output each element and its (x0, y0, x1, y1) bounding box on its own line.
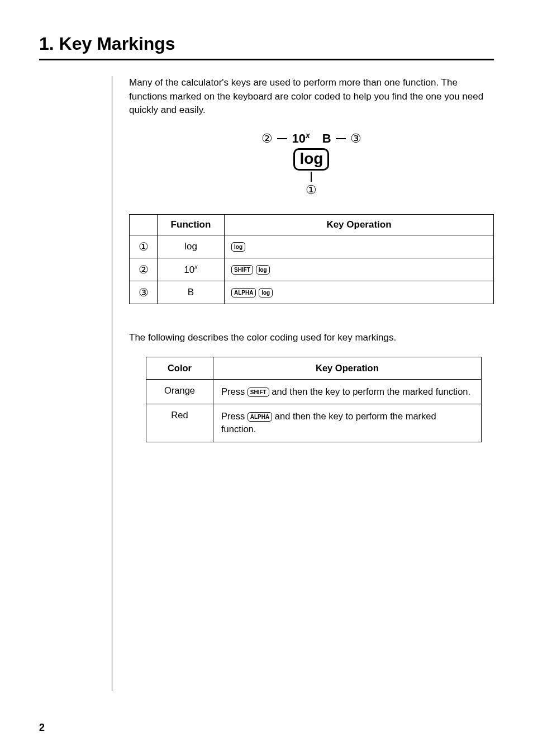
row-number: ③ (130, 281, 158, 304)
color-table: Color Key Operation Orange Press SHIFT a… (146, 357, 482, 442)
color-coding-intro: The following describes the color coding… (129, 332, 494, 343)
log-key-icon: log (256, 265, 270, 275)
diagram-label-1: ① (306, 183, 317, 197)
title-rule (39, 59, 494, 60)
table-row: Orange Press SHIFT and then the key to p… (146, 380, 482, 404)
row-operation: log (225, 235, 494, 258)
connector-line (336, 138, 346, 139)
row-function: 10x (158, 258, 225, 281)
color-header: Color (146, 357, 213, 380)
shift-key-icon: SHIFT (248, 388, 269, 397)
row-operation: ALPHA log (225, 281, 494, 304)
alpha-key-icon: ALPHA (248, 412, 272, 422)
row-number: ① (130, 235, 158, 258)
section-title: 1. Key Markings (39, 34, 494, 54)
row-number: ② (130, 258, 158, 281)
connector-vertical (311, 172, 312, 182)
table-header-operation: Key Operation (225, 215, 494, 235)
page-number: 2 (39, 722, 45, 734)
table-row: ① log log (130, 235, 494, 258)
row-function: B (158, 281, 225, 304)
connector-line (277, 138, 287, 139)
table-row: Red Press ALPHA and then the key to perf… (146, 404, 482, 442)
color-cell: Orange (146, 380, 213, 404)
content-area: Many of the calculator's keys are used t… (112, 76, 494, 691)
row-function: log (158, 235, 225, 258)
function-table: Function Key Operation ① log log ② 10x S… (129, 214, 494, 304)
table-header-blank (130, 215, 158, 235)
operation-cell: Press SHIFT and then the key to perform … (213, 380, 482, 404)
operation-header: Key Operation (213, 357, 482, 380)
diagram-label-2: ② (261, 133, 273, 145)
table-row: ② 10x SHIFT log (130, 258, 494, 281)
diagram-tenx: 10x (292, 131, 310, 146)
log-key-icon: log (231, 242, 245, 252)
table-header-function: Function (158, 215, 225, 235)
log-key-icon: log (259, 288, 273, 297)
shift-key-icon: SHIFT (231, 265, 253, 275)
alpha-key-icon: ALPHA (231, 288, 256, 297)
color-cell: Red (146, 404, 213, 442)
log-key-graphic: log (293, 148, 329, 171)
table-row: ③ B ALPHA log (130, 281, 494, 304)
key-diagram: ② 10x B ③ log ① (129, 131, 494, 197)
row-operation: SHIFT log (225, 258, 494, 281)
intro-paragraph: Many of the calculator's keys are used t… (129, 76, 494, 117)
diagram-label-3: ③ (350, 133, 361, 145)
operation-cell: Press ALPHA and then the key to perform … (213, 404, 482, 442)
diagram-b-letter: B (322, 131, 331, 146)
